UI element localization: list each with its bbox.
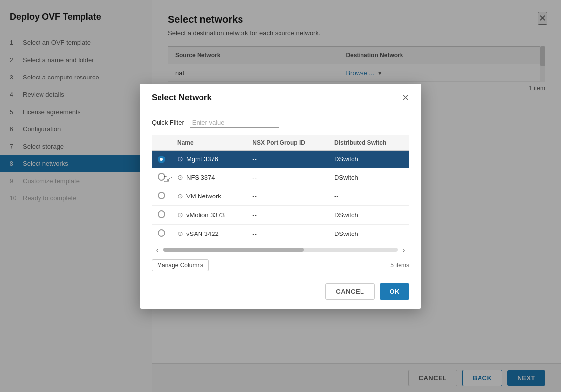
radio-button[interactable]: [158, 192, 165, 199]
nsx-port-group-cell: --: [246, 168, 328, 187]
modal-body: Quick Filter Name NSX Port Group ID Dist…: [140, 110, 421, 274]
modal-close-button[interactable]: ✕: [402, 93, 409, 102]
radio-button[interactable]: [158, 229, 165, 237]
modal-overlay: Select Network ✕ Quick Filter N: [0, 0, 561, 392]
modal-table-row[interactable]: ⊙vMotion 3373--DSwitch: [152, 205, 409, 224]
quick-filter-label: Quick Filter: [152, 119, 184, 126]
modal-table-row[interactable]: ⊙VM Network----: [152, 187, 409, 205]
modal-table-header-row: Name NSX Port Group ID Distributed Switc…: [152, 135, 409, 150]
horizontal-scrollbar[interactable]: [163, 248, 398, 252]
items-count: 5 items: [390, 262, 409, 269]
name-cell: ⊙NFS 3374: [171, 168, 246, 187]
horizontal-scrollbar-thumb: [163, 248, 304, 252]
select-network-modal: Select Network ✕ Quick Filter N: [140, 84, 421, 309]
radio-cell: [152, 205, 171, 224]
name-cell: ⊙vSAN 3422: [171, 224, 246, 243]
nsx-port-group-cell: --: [246, 224, 328, 243]
network-icon: ⊙: [177, 230, 183, 237]
app-layout: Deploy OVF Template 1 Select an OVF temp…: [0, 0, 561, 392]
scroll-right-button[interactable]: ›: [399, 244, 409, 255]
distributed-switch-cell: DSwitch: [328, 205, 409, 224]
nsx-port-group-cell: --: [246, 205, 328, 224]
quick-filter-input[interactable]: [190, 118, 279, 128]
radio-cell: [152, 150, 171, 168]
quick-filter-row: Quick Filter: [152, 118, 409, 128]
radio-cell: [152, 187, 171, 205]
modal-cancel-button[interactable]: CANCEL: [325, 283, 374, 300]
network-icon: ⊙: [177, 173, 183, 181]
modal-ok-button[interactable]: OK: [380, 283, 410, 300]
radio-button[interactable]: [158, 156, 165, 163]
network-icon: ⊙: [177, 211, 183, 219]
modal-table-row[interactable]: ⊙NFS 3374--DSwitch: [152, 168, 409, 187]
network-icon: ⊙: [177, 192, 183, 200]
nsx-port-group-cell: --: [246, 150, 328, 168]
name-cell: ⊙vMotion 3373: [171, 205, 246, 224]
distributed-switch-cell: DSwitch: [328, 150, 409, 168]
modal-actions: CANCEL OK: [140, 276, 421, 309]
modal-table: Name NSX Port Group ID Distributed Switc…: [152, 135, 409, 243]
name-cell: ⊙Mgmt 3376: [171, 150, 246, 168]
distributed-switch-cell: --: [328, 187, 409, 205]
col-name: Name: [171, 135, 246, 150]
modal-table-row[interactable]: ⊙Mgmt 3376--DSwitch: [152, 150, 409, 168]
modal-title: Select Network: [152, 93, 212, 103]
scroll-left-button[interactable]: ‹: [152, 244, 162, 255]
horizontal-scrollbar-area: ‹ ›: [152, 244, 409, 255]
network-icon: ⊙: [177, 155, 183, 163]
modal-table-row[interactable]: ⊙vSAN 3422--DSwitch: [152, 224, 409, 243]
nsx-port-group-cell: --: [246, 187, 328, 205]
col-distributed-switch: Distributed Switch: [328, 135, 409, 150]
radio-button[interactable]: [158, 210, 165, 218]
distributed-switch-cell: DSwitch: [328, 168, 409, 187]
col-radio: [152, 135, 171, 150]
radio-button[interactable]: [158, 173, 165, 181]
name-cell: ⊙VM Network: [171, 187, 246, 205]
radio-cell: [152, 168, 171, 187]
modal-footer-row: Manage Columns 5 items: [152, 255, 409, 274]
distributed-switch-cell: DSwitch: [328, 224, 409, 243]
manage-columns-button[interactable]: Manage Columns: [152, 259, 209, 271]
radio-cell: [152, 224, 171, 243]
modal-header: Select Network ✕: [140, 84, 421, 110]
col-nsx-port-group: NSX Port Group ID: [246, 135, 328, 150]
